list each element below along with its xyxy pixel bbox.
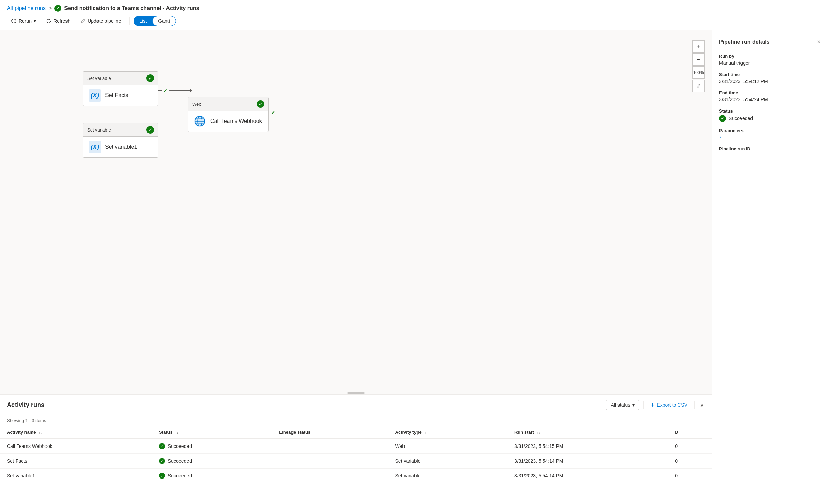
status-row: Status ✓ Succeeded	[719, 108, 822, 122]
collapse-panel-button[interactable]: ∧	[699, 401, 705, 409]
sidebar-title: Pipeline run details	[719, 39, 770, 45]
sort-status-icon: ↑↓	[175, 431, 178, 434]
panel-controls: All status ▾ ⬇ Export to CSV ∧	[606, 400, 705, 410]
set-facts-node-body: (X) Set Facts	[83, 85, 158, 106]
export-csv-button[interactable]: ⬇ Export to CSV	[648, 400, 690, 410]
cell-lineage-2	[272, 454, 388, 469]
col-activity-name[interactable]: Activity name ↑↓	[0, 426, 152, 439]
rerun-button[interactable]: Rerun ▾	[7, 16, 40, 26]
fit-button[interactable]: 100%	[692, 66, 705, 79]
col-run-start[interactable]: Run start ↑↓	[508, 426, 668, 439]
web-success-icon: ✓	[257, 100, 264, 108]
content-area: Set variable ✓ (X) Set Facts Set variabl…	[0, 30, 712, 504]
zoom-out-button[interactable]: −	[692, 53, 705, 66]
status-filter[interactable]: All status ▾	[606, 400, 639, 410]
cell-status-3: ✓ Succeeded	[152, 469, 272, 483]
end-time-value: 3/31/2023, 5:54:24 PM	[719, 97, 822, 102]
cell-activity-name-2: Set Facts	[0, 454, 152, 469]
connector-segment2	[169, 90, 190, 91]
cell-runstart-3: 3/31/2023, 5:54:14 PM	[508, 469, 668, 483]
pipeline-run-details-panel: Pipeline run details × Run by Manual tri…	[712, 30, 829, 504]
resize-handle[interactable]	[347, 392, 365, 394]
panel-title: Activity runs	[7, 401, 44, 409]
cell-d-3: 0	[668, 469, 712, 483]
start-time-label: Start time	[719, 72, 822, 77]
table-row[interactable]: Set Facts ✓ Succeeded Set variable 3/31/…	[0, 454, 712, 469]
cell-activity-name-3: Set variable1	[0, 469, 152, 483]
gantt-view-button[interactable]: Gantt	[152, 16, 176, 26]
status-success-icon: ✓	[719, 115, 726, 122]
success-badge-header: ✓	[54, 5, 61, 12]
pipeline-canvas-area: Set variable ✓ (X) Set Facts Set variabl…	[0, 30, 712, 394]
start-time-value: 3/31/2023, 5:54:12 PM	[719, 78, 822, 84]
run-by-value: Manual trigger	[719, 60, 822, 66]
status-icon-1: ✓	[159, 443, 165, 449]
toolbar: Rerun ▾ Refresh Update pipeline List Gan…	[7, 16, 822, 26]
set-facts-icon: (X)	[89, 89, 101, 102]
col-activity-type[interactable]: Activity type ↑↓	[388, 426, 508, 439]
canvas-controls: + − 100% ⤢	[692, 40, 705, 92]
cell-type-3: Set variable	[388, 469, 508, 483]
set-variable1-node-header: Set variable ✓	[83, 123, 158, 137]
connector-line: ✓	[158, 88, 192, 93]
set-variable1-label: Set variable1	[105, 144, 137, 150]
pipeline-run-id-row: Pipeline run ID	[719, 146, 822, 151]
parameters-value[interactable]: 7	[719, 135, 822, 140]
col-status[interactable]: Status ↑↓	[152, 426, 272, 439]
set-facts-node[interactable]: Set variable ✓ (X) Set Facts	[83, 71, 158, 106]
cell-lineage-3	[272, 469, 388, 483]
web-node[interactable]: Web ✓	[188, 97, 269, 132]
cell-d-1: 0	[668, 439, 712, 454]
set-facts-label: Set Facts	[105, 92, 129, 98]
col-d: D	[668, 426, 712, 439]
status-icon-2: ✓	[159, 458, 165, 464]
cell-type-1: Web	[388, 439, 508, 454]
table-header-row: Activity name ↑↓ Status ↑↓ Lineage statu…	[0, 426, 712, 439]
set-variable1-node[interactable]: Set variable ✓ (X) Set variable1	[83, 123, 158, 158]
table-row[interactable]: Set variable1 ✓ Succeeded Set variable 3…	[0, 469, 712, 483]
parameters-row: Parameters 7	[719, 128, 822, 140]
panel-header: Activity runs All status ▾ ⬇ Export to C…	[0, 395, 712, 415]
web-node-label: Call Teams Webhook	[210, 118, 262, 124]
web-node-header: Web ✓	[188, 97, 268, 111]
parameters-label: Parameters	[719, 128, 822, 133]
cell-type-2: Set variable	[388, 454, 508, 469]
col-lineage-status: Lineage status	[272, 426, 388, 439]
main-area: Set variable ✓ (X) Set Facts Set variabl…	[0, 30, 829, 504]
end-time-label: End time	[719, 90, 822, 95]
set-facts-success-icon: ✓	[146, 74, 154, 82]
rerun-icon	[11, 18, 17, 24]
cell-lineage-1	[272, 439, 388, 454]
table-body: Call Teams Webhook ✓ Succeeded Web 3/31/…	[0, 439, 712, 483]
cell-runstart-2: 3/31/2023, 5:54:14 PM	[508, 454, 668, 469]
update-pipeline-button[interactable]: Update pipeline	[76, 16, 125, 26]
status-value-row: ✓ Succeeded	[719, 115, 822, 122]
page: All pipeline runs > ✓ Send notification …	[0, 0, 829, 504]
page-title: ✓ Send notification to a Teams channel -…	[54, 5, 199, 12]
activity-runs-panel: Activity runs All status ▾ ⬇ Export to C…	[0, 394, 712, 504]
refresh-button[interactable]: Refresh	[42, 16, 74, 26]
end-time-row: End time 3/31/2023, 5:54:24 PM	[719, 90, 822, 102]
start-time-row: Start time 3/31/2023, 5:54:12 PM	[719, 72, 822, 84]
edit-icon	[80, 18, 85, 24]
run-by-label: Run by	[719, 54, 822, 59]
toolbar-divider	[129, 17, 130, 25]
status-value: Succeeded	[729, 116, 753, 121]
sort-activity-type-icon: ↑↓	[424, 431, 428, 434]
cell-status-1: ✓ Succeeded	[152, 439, 272, 454]
item-count: Showing 1 - 3 items	[0, 415, 712, 426]
panel-divider2	[694, 401, 695, 409]
web-node-body: Call Teams Webhook	[188, 111, 268, 132]
expand-button[interactable]: ⤢	[692, 80, 705, 92]
list-view-button[interactable]: List	[134, 16, 152, 26]
breadcrumb-link[interactable]: All pipeline runs	[7, 5, 46, 11]
panel-divider	[643, 401, 644, 409]
run-by-row: Run by Manual trigger	[719, 54, 822, 66]
table-row[interactable]: Call Teams Webhook ✓ Succeeded Web 3/31/…	[0, 439, 712, 454]
cell-runstart-1: 3/31/2023, 5:54:15 PM	[508, 439, 668, 454]
header: All pipeline runs > ✓ Send notification …	[0, 0, 829, 30]
zoom-in-button[interactable]: +	[692, 40, 705, 53]
set-variable1-success-icon: ✓	[146, 126, 154, 134]
close-details-button[interactable]: ×	[816, 37, 822, 47]
cell-activity-name-1: Call Teams Webhook	[0, 439, 152, 454]
